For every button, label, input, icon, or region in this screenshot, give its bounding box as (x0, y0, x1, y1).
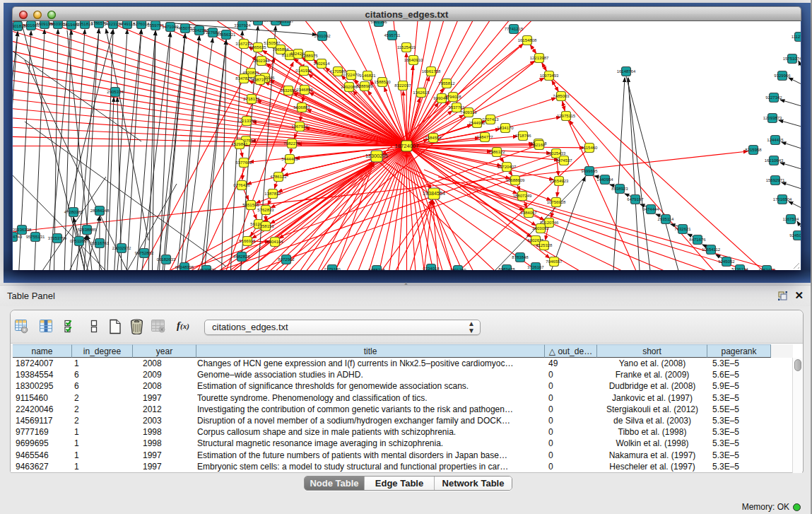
svg-text:9384067: 9384067 (520, 211, 537, 215)
svg-text:7485003: 7485003 (553, 94, 570, 98)
svg-text:3337761: 3337761 (448, 105, 465, 110)
svg-text:48620579: 48620579 (197, 268, 216, 270)
svg-text:1125328: 1125328 (536, 243, 553, 247)
svg-text:16154808: 16154808 (518, 38, 537, 42)
svg-text:2279180: 2279180 (324, 267, 341, 270)
svg-text:16210643: 16210643 (765, 158, 784, 163)
svg-text:1402614: 1402614 (313, 62, 330, 66)
svg-text:04348395: 04348395 (175, 265, 194, 269)
svg-text:8072902: 8072902 (278, 257, 295, 262)
svg-text:77741215: 77741215 (505, 27, 524, 31)
svg-text:84656321: 84656321 (217, 33, 236, 37)
svg-text:7046557: 7046557 (546, 259, 563, 264)
svg-text:39336338: 39336338 (13, 228, 32, 232)
svg-text:2935114: 2935114 (658, 217, 675, 221)
svg-text:8474537: 8474537 (555, 158, 572, 163)
svg-text:15751074: 15751074 (783, 57, 801, 61)
svg-text:9115460: 9115460 (582, 146, 599, 150)
svg-text:2402344: 2402344 (253, 59, 270, 63)
svg-text:10025433: 10025433 (547, 151, 566, 156)
svg-text:10654112: 10654112 (702, 247, 721, 252)
svg-text:28084148: 28084148 (90, 209, 110, 213)
svg-text:16961758: 16961758 (422, 69, 441, 74)
svg-text:5606883: 5606883 (293, 105, 310, 110)
svg-text:47280385: 47280385 (64, 210, 83, 214)
svg-text:8783848: 8783848 (512, 255, 529, 259)
svg-text:5166915: 5166915 (239, 239, 256, 243)
svg-text:0776426: 0776426 (233, 183, 250, 187)
svg-text:00182633: 00182633 (157, 257, 176, 262)
svg-text:9245052: 9245052 (718, 259, 735, 264)
svg-text:1588520: 1588520 (374, 80, 391, 84)
svg-text:10973493: 10973493 (540, 74, 559, 78)
svg-text:75004743: 75004743 (13, 235, 23, 239)
svg-text:17016504: 17016504 (773, 197, 792, 201)
svg-text:11525419: 11525419 (397, 45, 416, 49)
svg-text:6479197: 6479197 (627, 197, 644, 201)
svg-text:1640954: 1640954 (596, 177, 613, 182)
svg-text:15692971: 15692971 (766, 178, 785, 182)
svg-text:95755131: 95755131 (26, 235, 45, 239)
svg-text:1112795: 1112795 (792, 35, 801, 39)
svg-text:7801759: 7801759 (449, 268, 466, 270)
svg-text:0707413: 0707413 (482, 117, 499, 122)
svg-text:8682828: 8682828 (233, 255, 250, 259)
svg-text:8347824: 8347824 (235, 76, 252, 81)
svg-text:1258153: 1258153 (257, 224, 274, 228)
svg-text:9245052: 9245052 (789, 233, 801, 238)
svg-text:9227342: 9227342 (765, 95, 782, 100)
svg-text:5377602: 5377602 (235, 160, 252, 165)
svg-text:12975115: 12975115 (557, 114, 576, 118)
svg-text:19384554: 19384554 (423, 190, 445, 197)
svg-text:2603092: 2603092 (532, 226, 549, 230)
svg-text:18807249: 18807249 (513, 194, 532, 198)
svg-text:16640910: 16640910 (404, 58, 423, 62)
svg-text:4595711: 4595711 (384, 33, 401, 37)
svg-text:7632621: 7632621 (674, 227, 691, 231)
svg-text:1584554: 1584554 (425, 136, 442, 140)
svg-text:2346853: 2346853 (296, 88, 313, 92)
svg-text:6794028: 6794028 (445, 95, 461, 99)
svg-text:0141931: 0141931 (295, 69, 312, 73)
svg-text:2905334: 2905334 (107, 90, 124, 94)
svg-text:9146821: 9146821 (359, 74, 376, 78)
svg-text:7484777: 7484777 (476, 135, 493, 139)
svg-text:18300295: 18300295 (365, 153, 388, 159)
svg-text:2718176: 2718176 (243, 97, 260, 101)
svg-text:18724007: 18724007 (395, 143, 419, 149)
svg-text:9474444: 9474444 (642, 207, 659, 211)
svg-text:5444463: 5444463 (281, 157, 298, 161)
svg-text:8215958: 8215958 (745, 148, 762, 152)
svg-text:15720407: 15720407 (498, 165, 517, 169)
svg-text:4718746: 4718746 (514, 134, 531, 138)
svg-text:8471676: 8471676 (689, 238, 706, 242)
svg-text:2492086: 2492086 (341, 85, 358, 89)
svg-text:12213987: 12213987 (530, 56, 549, 60)
svg-text:1387837: 1387837 (264, 192, 281, 196)
svg-text:16148764: 16148764 (617, 69, 636, 74)
svg-text:6288975: 6288975 (301, 54, 318, 58)
svg-text:37353799: 37353799 (48, 236, 67, 240)
svg-text:1834170: 1834170 (497, 126, 514, 130)
svg-text:6865635: 6865635 (249, 45, 266, 49)
svg-text:1067924: 1067924 (291, 124, 308, 129)
svg-text:3532650: 3532650 (280, 88, 297, 93)
svg-text:07511637: 07511637 (70, 239, 89, 243)
svg-text:8938923: 8938923 (611, 187, 628, 191)
svg-text:13654923: 13654923 (550, 179, 569, 183)
svg-text:99752882: 99752882 (135, 251, 154, 255)
svg-text:8983478: 8983478 (498, 267, 515, 270)
svg-text:2685995: 2685995 (249, 21, 266, 23)
svg-text:4529841: 4529841 (231, 142, 248, 146)
svg-text:3307924: 3307924 (234, 23, 251, 28)
svg-text:3726167: 3726167 (527, 265, 544, 269)
svg-text:8288909: 8288909 (356, 84, 373, 88)
svg-text:7986322: 7986322 (488, 150, 505, 154)
svg-text:8387371: 8387371 (252, 78, 269, 82)
svg-text:10756928: 10756928 (547, 200, 566, 204)
svg-text:9329966: 9329966 (774, 74, 791, 78)
svg-text:0722470: 0722470 (343, 73, 360, 77)
svg-text:1362615: 1362615 (413, 90, 430, 95)
svg-text:12213359: 12213359 (237, 119, 257, 123)
svg-text:5651505: 5651505 (242, 203, 259, 207)
